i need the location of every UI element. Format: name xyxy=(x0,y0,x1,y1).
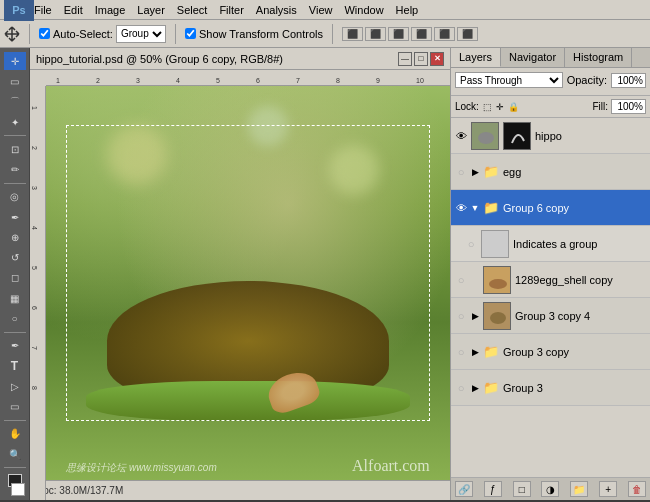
menu-select[interactable]: Select xyxy=(177,4,208,16)
menu-filter[interactable]: Filter xyxy=(219,4,243,16)
move-tool[interactable] xyxy=(4,26,20,42)
blend-mode-row: Pass Through Normal Multiply Screen Opac… xyxy=(455,72,646,88)
menu-view[interactable]: View xyxy=(309,4,333,16)
tool-eyedropper[interactable]: ✏ xyxy=(4,160,26,178)
layer-expand-group6copy[interactable]: ▼ xyxy=(469,200,481,216)
tool-gradient[interactable]: ▦ xyxy=(4,289,26,307)
lock-pixels-icon[interactable]: ⬚ xyxy=(483,102,492,112)
layer-eye-group3copy4[interactable]: ○ xyxy=(453,308,469,324)
layer-eye-egg[interactable]: ○ xyxy=(453,164,469,180)
layer-expand-group3copy4[interactable]: ▶ xyxy=(469,308,481,324)
window-minimize-btn[interactable]: — xyxy=(398,52,412,66)
menu-edit[interactable]: Edit xyxy=(64,4,83,16)
layer-mask-btn[interactable]: □ xyxy=(513,481,531,497)
layer-group-btn[interactable]: 📁 xyxy=(570,481,588,497)
layer-row-group3[interactable]: ○ ▶ 📁 Group 3 xyxy=(451,370,650,406)
auto-select-dropdown[interactable]: Group Layer xyxy=(116,25,166,43)
tool-history[interactable]: ↺ xyxy=(4,248,26,266)
align-center-btn[interactable]: ⬛ xyxy=(365,27,386,41)
tool-move[interactable]: ✛ xyxy=(4,52,26,70)
lock-all-icon[interactable]: 🔒 xyxy=(508,102,519,112)
window-close-btn[interactable]: ✕ xyxy=(430,52,444,66)
canvas-image[interactable]: 思缘设计论坛 www.missyuan.com Alfoart.com xyxy=(46,86,450,480)
show-transform-label: Show Transform Controls xyxy=(199,28,323,40)
tool-hand[interactable]: ✋ xyxy=(4,425,26,443)
canvas-title: hippo_tutorial.psd @ 50% (Group 6 copy, … xyxy=(36,53,283,65)
layer-row-group6copy[interactable]: 👁 ▼ 📁 Group 6 copy xyxy=(451,190,650,226)
menu-image[interactable]: Image xyxy=(95,4,126,16)
tool-crop[interactable]: ⊡ xyxy=(4,140,26,158)
layer-row-hippo[interactable]: 👁 hippo xyxy=(451,118,650,154)
tool-divider-5 xyxy=(4,467,26,468)
layer-expand-group3copy[interactable]: ▶ xyxy=(469,344,481,360)
opacity-input[interactable] xyxy=(611,73,646,88)
tool-eraser[interactable]: ◻ xyxy=(4,269,26,287)
fill-input[interactable] xyxy=(611,99,646,114)
tool-marquee[interactable]: ▭ xyxy=(4,72,26,90)
align-buttons: ⬛ ⬛ ⬛ ⬛ ⬛ ⬛ xyxy=(342,27,478,41)
menu-layer[interactable]: Layer xyxy=(137,4,165,16)
status-bar: Doc: 38.0M/137.7M xyxy=(30,480,450,500)
align-middle-btn[interactable]: ⬛ xyxy=(434,27,455,41)
menu-window[interactable]: Window xyxy=(344,4,383,16)
layer-delete-btn[interactable]: 🗑 xyxy=(628,481,646,497)
tool-clone-stamp[interactable]: ⊕ xyxy=(4,228,26,246)
tab-navigator[interactable]: Navigator xyxy=(501,48,565,67)
layer-row-group3copy[interactable]: ○ ▶ 📁 Group 3 copy xyxy=(451,334,650,370)
tool-pen[interactable]: ✒ xyxy=(4,337,26,355)
window-maximize-btn[interactable]: □ xyxy=(414,52,428,66)
tool-magic-wand[interactable]: ✦ xyxy=(4,113,26,131)
auto-select-checkbox[interactable] xyxy=(39,28,50,39)
tab-layers[interactable]: Layers xyxy=(451,48,501,67)
layer-eye-eggshell[interactable]: ○ xyxy=(453,272,469,288)
ruler-vertical: 1 2 3 4 5 6 7 8 xyxy=(30,86,46,500)
layer-eye-hippo[interactable]: 👁 xyxy=(453,128,469,144)
menu-file[interactable]: File xyxy=(34,4,52,16)
blend-mode-select[interactable]: Pass Through Normal Multiply Screen xyxy=(455,72,563,88)
layer-style-btn[interactable]: ƒ xyxy=(484,481,502,497)
layers-list: 👁 hippo ○ ▶ 📁 egg 👁 ▼ 📁 xyxy=(451,118,650,477)
layer-eye-group3[interactable]: ○ xyxy=(453,380,469,396)
lock-label: Lock: xyxy=(455,101,479,112)
align-bottom-btn[interactable]: ⬛ xyxy=(457,27,478,41)
tool-lasso[interactable]: ⌒ xyxy=(4,93,26,111)
layer-eye-group6copy[interactable]: 👁 xyxy=(453,200,469,216)
watermark-left: 思缘设计论坛 www.missyuan.com xyxy=(66,461,217,475)
tool-type[interactable]: T xyxy=(4,357,26,375)
tool-spot-heal[interactable]: ◎ xyxy=(4,188,26,206)
tool-shape[interactable]: ▭ xyxy=(4,397,26,415)
background-color[interactable] xyxy=(11,483,25,496)
layer-controls: Pass Through Normal Multiply Screen Opac… xyxy=(451,68,650,96)
lock-move-icon[interactable]: ✛ xyxy=(496,102,504,112)
menu-help[interactable]: Help xyxy=(396,4,419,16)
align-right-btn[interactable]: ⬛ xyxy=(388,27,409,41)
tool-path-select[interactable]: ▷ xyxy=(4,377,26,395)
menu-analysis[interactable]: Analysis xyxy=(256,4,297,16)
tool-zoom[interactable]: 🔍 xyxy=(4,445,26,463)
layer-row-group3copy4[interactable]: ○ ▶ Group 3 copy 4 xyxy=(451,298,650,334)
layer-name-group6copy: Group 6 copy xyxy=(501,202,648,214)
layer-name-group3copy: Group 3 copy xyxy=(501,346,648,358)
layer-link-btn[interactable]: 🔗 xyxy=(455,481,473,497)
canvas-titlebar: hippo_tutorial.psd @ 50% (Group 6 copy, … xyxy=(30,48,450,70)
fill-row: Fill: xyxy=(592,99,646,114)
layer-row-eggshell[interactable]: ○ 1289egg_shell copy xyxy=(451,262,650,298)
layer-eye-group3copy[interactable]: ○ xyxy=(453,344,469,360)
layer-expand-egg[interactable]: ▶ xyxy=(469,164,481,180)
group3copy4-thumb-icon xyxy=(484,302,510,330)
layer-thumb-group3copy4 xyxy=(483,302,511,330)
tool-dodge[interactable]: ○ xyxy=(4,309,26,327)
layer-adjustment-btn[interactable]: ◑ xyxy=(541,481,559,497)
tool-brush[interactable]: ✒ xyxy=(4,208,26,226)
layer-expand-group3[interactable]: ▶ xyxy=(469,380,481,396)
layer-row-indicates-group[interactable]: ○ Indicates a group xyxy=(451,226,650,262)
layer-new-btn[interactable]: + xyxy=(599,481,617,497)
show-transform-checkbox[interactable] xyxy=(185,28,196,39)
layer-name-egg: egg xyxy=(501,166,648,178)
align-left-btn[interactable]: ⬛ xyxy=(342,27,363,41)
align-top-btn[interactable]: ⬛ xyxy=(411,27,432,41)
layer-eye-indicates[interactable]: ○ xyxy=(463,236,479,252)
tool-divider-4 xyxy=(4,420,26,421)
layer-row-egg[interactable]: ○ ▶ 📁 egg xyxy=(451,154,650,190)
tab-histogram[interactable]: Histogram xyxy=(565,48,632,67)
